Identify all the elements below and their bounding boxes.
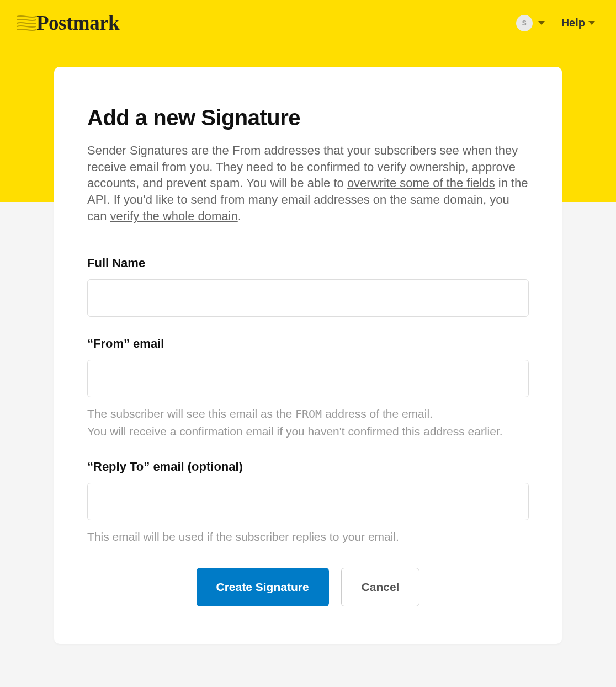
help-code: FROM: [295, 407, 322, 420]
help-menu[interactable]: Help: [561, 17, 595, 29]
caret-down-icon: [588, 21, 595, 25]
nav-right: S Help: [516, 15, 595, 31]
from-email-input[interactable]: [87, 360, 529, 397]
avatar: S: [516, 15, 533, 31]
intro-text: .: [238, 209, 241, 223]
help-text: You will receive a confirmation email if…: [87, 425, 503, 438]
help-label: Help: [561, 17, 585, 29]
account-menu[interactable]: S: [516, 15, 545, 31]
from-email-help: The subscriber will see this email as th…: [87, 405, 529, 440]
field-from-email: “From” email The subscriber will see thi…: [87, 337, 529, 440]
help-text: The subscriber will see this email as th…: [87, 407, 295, 420]
top-header: Postmark S Help: [0, 0, 616, 39]
overwrite-fields-link[interactable]: overwrite some of the fields: [347, 176, 495, 190]
reply-to-input[interactable]: [87, 483, 529, 520]
field-full-name: Full Name: [87, 256, 529, 317]
brand-logo[interactable]: Postmark: [17, 11, 119, 35]
form-actions: Create Signature Cancel: [87, 568, 529, 606]
page-title: Add a new Signature: [87, 105, 529, 130]
main-card: Add a new Signature Sender Signatures ar…: [54, 67, 562, 644]
full-name-label: Full Name: [87, 256, 529, 270]
brand-name: Postmark: [36, 11, 119, 35]
from-email-label: “From” email: [87, 337, 529, 351]
create-signature-button[interactable]: Create Signature: [197, 568, 329, 606]
help-text: address of the email.: [322, 407, 433, 420]
full-name-input[interactable]: [87, 279, 529, 317]
reply-to-label: “Reply To” email (optional): [87, 460, 529, 474]
reply-to-help: This email will be used if the subscribe…: [87, 528, 529, 546]
caret-down-icon: [538, 21, 545, 25]
field-reply-to: “Reply To” email (optional) This email w…: [87, 460, 529, 546]
postmark-stamp-icon: [17, 12, 36, 35]
page-intro: Sender Signatures are the From addresses…: [87, 142, 529, 224]
cancel-button[interactable]: Cancel: [341, 568, 420, 606]
verify-domain-link[interactable]: verify the whole domain: [110, 209, 238, 223]
